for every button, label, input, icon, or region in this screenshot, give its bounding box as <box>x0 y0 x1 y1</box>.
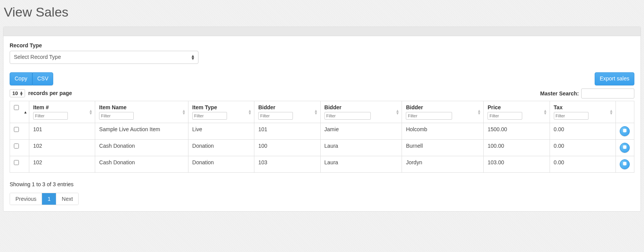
sort-icon: ▲ <box>24 110 27 113</box>
cell-price: 103.00 <box>484 156 550 172</box>
filter-bidder-no[interactable] <box>258 112 293 120</box>
sort-icon: ▲▼ <box>89 109 92 115</box>
svg-point-0 <box>623 129 627 130</box>
pagination-previous[interactable]: Previous <box>10 193 42 205</box>
filter-item-no[interactable] <box>33 112 68 120</box>
cell-bidder-no: 100 <box>254 139 320 156</box>
master-search-input[interactable] <box>581 88 634 98</box>
master-search-label: Master Search: <box>540 90 579 97</box>
table-row: 102Cash DonationDonation103LauraJordyn10… <box>10 156 634 172</box>
row-checkbox[interactable] <box>14 127 19 132</box>
col-label: Item # <box>33 104 85 110</box>
col-select-all[interactable]: ▲ <box>10 101 29 123</box>
chevron-updown-icon: ▲▼ <box>191 55 195 60</box>
cell-bidder-last: Holcomb <box>402 123 484 139</box>
pagination-page-1[interactable]: 1 <box>42 193 56 205</box>
cell-item-no: 102 <box>29 139 95 156</box>
csv-button[interactable]: CSV <box>32 72 54 85</box>
col-label: Bidder <box>258 104 310 110</box>
cell-item-type: Live <box>188 123 254 139</box>
cell-price: 100.00 <box>484 139 550 156</box>
cell-tax: 0.00 <box>550 156 615 172</box>
cell-tax: 0.00 <box>550 139 615 156</box>
col-bidder-last[interactable]: Bidder ▲▼ <box>402 101 484 123</box>
record-type-label: Record Type <box>10 42 634 48</box>
sort-icon: ▲▼ <box>396 109 400 115</box>
cell-item-type: Donation <box>188 156 254 172</box>
cell-bidder-first: Laura <box>320 156 402 172</box>
filter-bidder-first[interactable] <box>325 112 371 120</box>
export-button-group: Copy CSV <box>10 72 53 85</box>
svg-point-1 <box>623 145 627 146</box>
col-label: Tax <box>554 104 605 110</box>
col-actions <box>616 101 634 123</box>
col-item-name[interactable]: Item Name ▲▼ <box>95 101 188 123</box>
cell-bidder-last: Jordyn <box>402 156 484 172</box>
sort-icon: ▲▼ <box>543 109 547 115</box>
col-label: Bidder <box>325 104 392 110</box>
cell-item-no: 101 <box>29 123 95 139</box>
sort-icon: ▲▼ <box>182 109 186 115</box>
col-label: Price <box>488 104 539 110</box>
page-length-value: 10 <box>12 90 18 96</box>
cell-item-type: Donation <box>188 139 254 156</box>
cell-price: 1500.00 <box>484 123 550 139</box>
col-item-no[interactable]: Item # ▲▼ <box>29 101 95 123</box>
sales-panel: Record Type Select Record Type ▲▼ Copy C… <box>3 27 641 212</box>
filter-item-name[interactable] <box>99 112 134 120</box>
col-bidder-first[interactable]: Bidder ▲▼ <box>320 101 402 123</box>
cell-bidder-first: Laura <box>320 139 402 156</box>
row-action-button[interactable] <box>620 143 630 153</box>
cell-item-name: Sample Live Auction Item <box>95 123 188 139</box>
database-icon <box>622 161 627 167</box>
page-length-select[interactable]: 10 ▲▼ <box>10 89 25 97</box>
filter-bidder-last[interactable] <box>406 112 452 120</box>
table-row: 101Sample Live Auction ItemLive101JamieH… <box>10 123 634 139</box>
export-sales-button[interactable]: Export sales <box>595 72 634 85</box>
length-control: 10 ▲▼ records per page <box>10 89 72 97</box>
cell-bidder-no: 101 <box>254 123 320 139</box>
sort-icon: ▲▼ <box>248 109 252 115</box>
cell-tax: 0.00 <box>550 123 615 139</box>
record-type-select[interactable]: Select Record Type ▲▼ <box>10 51 198 64</box>
filter-price[interactable] <box>488 112 522 120</box>
page-title: View Sales <box>3 0 641 27</box>
record-type-selected: Select Record Type <box>10 51 198 63</box>
col-label: Bidder <box>406 104 473 110</box>
sales-table: ▲ Item # ▲▼ Item Name ▲▼ Item Type <box>10 101 634 173</box>
cell-bidder-first: Jamie <box>320 123 402 139</box>
pagination: Previous 1 Next <box>10 193 79 205</box>
page-length-label: records per page <box>28 90 72 96</box>
database-icon <box>622 145 627 151</box>
copy-button[interactable]: Copy <box>10 72 32 85</box>
sort-icon: ▲▼ <box>609 109 613 115</box>
svg-point-2 <box>623 162 627 163</box>
row-checkbox[interactable] <box>14 144 19 149</box>
pagination-next[interactable]: Next <box>56 193 78 205</box>
col-bidder-no[interactable]: Bidder ▲▼ <box>254 101 320 123</box>
col-label: Item Name <box>99 104 178 110</box>
col-tax[interactable]: Tax ▲▼ <box>550 101 615 123</box>
sort-icon: ▲▼ <box>314 109 318 115</box>
col-price[interactable]: Price ▲▼ <box>484 101 550 123</box>
cell-item-name: Cash Donation <box>95 139 188 156</box>
table-info: Showing 1 to 3 of 3 entries <box>10 181 634 187</box>
row-action-button[interactable] <box>620 126 630 136</box>
chevron-updown-icon: ▲▼ <box>19 91 23 96</box>
row-checkbox[interactable] <box>14 160 19 165</box>
select-all-checkbox[interactable] <box>14 105 19 110</box>
cell-bidder-no: 103 <box>254 156 320 172</box>
col-item-type[interactable]: Item Type ▲▼ <box>188 101 254 123</box>
filter-tax[interactable] <box>554 112 589 120</box>
filter-item-type[interactable] <box>192 112 227 120</box>
cell-item-no: 102 <box>29 156 95 172</box>
table-row: 102Cash DonationDonation100LauraBurnell1… <box>10 139 634 156</box>
panel-header <box>3 27 641 36</box>
col-label: Item Type <box>192 104 244 110</box>
cell-item-name: Cash Donation <box>95 156 188 172</box>
database-icon <box>622 128 627 134</box>
row-action-button[interactable] <box>620 159 630 169</box>
cell-bidder-last: Burnell <box>402 139 484 156</box>
sort-icon: ▲▼ <box>477 109 481 115</box>
